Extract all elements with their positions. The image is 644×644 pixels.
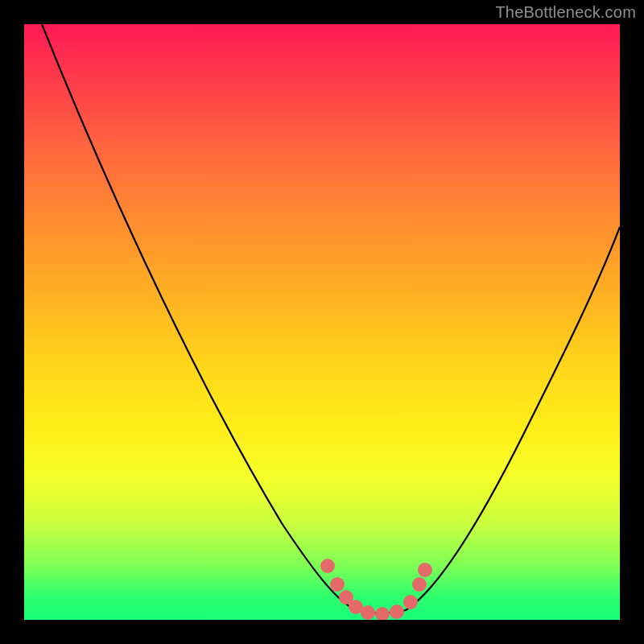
near-minimum-dots: [320, 559, 432, 620]
watermark-text: TheBottleneck.com: [495, 3, 636, 22]
curve-left-branch: [42, 24, 352, 608]
svg-point-7: [403, 595, 418, 609]
svg-point-4: [361, 605, 375, 620]
svg-point-9: [418, 563, 432, 577]
frame: TheBottleneck.com: [0, 0, 644, 644]
svg-point-8: [412, 577, 427, 592]
svg-point-5: [375, 607, 390, 620]
svg-point-0: [320, 559, 335, 573]
svg-point-6: [390, 605, 404, 619]
curve-right-branch: [406, 227, 620, 610]
bottleneck-curve: [24, 24, 620, 620]
svg-point-1: [330, 577, 345, 592]
